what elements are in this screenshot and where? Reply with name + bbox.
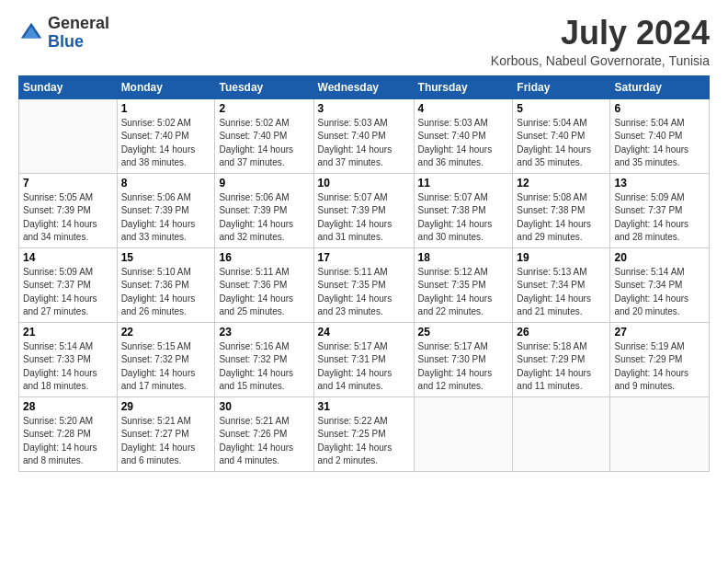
header: General Blue July 2024 Korbous, Nabeul G… bbox=[18, 15, 710, 68]
day-info: Sunrise: 5:17 AMSunset: 7:31 PMDaylight:… bbox=[318, 340, 410, 394]
calendar-cell bbox=[610, 396, 710, 471]
day-info: Sunrise: 5:06 AMSunset: 7:39 PMDaylight:… bbox=[219, 191, 309, 245]
day-header-friday: Friday bbox=[513, 75, 610, 98]
day-number: 3 bbox=[318, 102, 410, 115]
day-info: Sunrise: 5:11 AMSunset: 7:36 PMDaylight:… bbox=[219, 266, 309, 319]
day-header-thursday: Thursday bbox=[414, 75, 513, 98]
calendar-header-row: SundayMondayTuesdayWednesdayThursdayFrid… bbox=[19, 75, 710, 98]
calendar-cell: 24Sunrise: 5:17 AMSunset: 7:31 PMDayligh… bbox=[313, 322, 414, 396]
calendar-cell: 29Sunrise: 5:21 AMSunset: 7:27 PMDayligh… bbox=[117, 396, 215, 471]
day-number: 10 bbox=[318, 177, 410, 190]
day-info: Sunrise: 5:09 AMSunset: 7:37 PMDaylight:… bbox=[614, 191, 705, 245]
calendar-cell: 25Sunrise: 5:17 AMSunset: 7:30 PMDayligh… bbox=[414, 322, 513, 396]
day-number: 12 bbox=[517, 177, 606, 190]
day-number: 14 bbox=[23, 251, 113, 264]
day-number: 26 bbox=[517, 326, 606, 339]
day-number: 1 bbox=[121, 102, 211, 115]
calendar-cell: 6Sunrise: 5:04 AMSunset: 7:40 PMDaylight… bbox=[610, 98, 710, 173]
calendar-cell bbox=[414, 396, 513, 471]
day-number: 29 bbox=[121, 400, 211, 413]
calendar-cell: 2Sunrise: 5:02 AMSunset: 7:40 PMDaylight… bbox=[215, 98, 313, 173]
day-number: 21 bbox=[23, 326, 113, 339]
calendar-cell: 11Sunrise: 5:07 AMSunset: 7:38 PMDayligh… bbox=[414, 173, 513, 247]
calendar-week-5: 28Sunrise: 5:20 AMSunset: 7:28 PMDayligh… bbox=[19, 396, 710, 471]
day-info: Sunrise: 5:03 AMSunset: 7:40 PMDaylight:… bbox=[418, 117, 509, 170]
calendar-cell: 15Sunrise: 5:10 AMSunset: 7:36 PMDayligh… bbox=[117, 247, 215, 322]
day-number: 17 bbox=[318, 251, 410, 264]
day-number: 9 bbox=[219, 177, 309, 190]
day-number: 7 bbox=[23, 177, 113, 190]
day-number: 15 bbox=[121, 251, 211, 264]
day-info: Sunrise: 5:14 AMSunset: 7:34 PMDaylight:… bbox=[614, 266, 705, 319]
day-number: 6 bbox=[614, 102, 705, 115]
day-number: 24 bbox=[318, 326, 410, 339]
calendar-cell: 8Sunrise: 5:06 AMSunset: 7:39 PMDaylight… bbox=[117, 173, 215, 247]
day-info: Sunrise: 5:12 AMSunset: 7:35 PMDaylight:… bbox=[418, 266, 509, 319]
calendar-cell: 26Sunrise: 5:18 AMSunset: 7:29 PMDayligh… bbox=[513, 322, 610, 396]
calendar-cell: 31Sunrise: 5:22 AMSunset: 7:25 PMDayligh… bbox=[313, 396, 414, 471]
calendar-cell bbox=[19, 98, 118, 173]
calendar-cell: 22Sunrise: 5:15 AMSunset: 7:32 PMDayligh… bbox=[117, 322, 215, 396]
logo: General Blue bbox=[18, 15, 109, 52]
day-info: Sunrise: 5:11 AMSunset: 7:35 PMDaylight:… bbox=[318, 266, 410, 319]
logo-text: General Blue bbox=[48, 15, 109, 52]
day-info: Sunrise: 5:19 AMSunset: 7:29 PMDaylight:… bbox=[614, 340, 705, 394]
day-info: Sunrise: 5:02 AMSunset: 7:40 PMDaylight:… bbox=[219, 117, 309, 170]
day-number: 19 bbox=[517, 251, 606, 264]
title-block: July 2024 Korbous, Nabeul Governorate, T… bbox=[491, 15, 710, 68]
day-number: 4 bbox=[418, 102, 509, 115]
day-info: Sunrise: 5:04 AMSunset: 7:40 PMDaylight:… bbox=[614, 117, 705, 170]
calendar-cell: 12Sunrise: 5:08 AMSunset: 7:38 PMDayligh… bbox=[513, 173, 610, 247]
day-number: 31 bbox=[318, 400, 410, 413]
logo-general: General bbox=[48, 14, 109, 32]
calendar-cell: 27Sunrise: 5:19 AMSunset: 7:29 PMDayligh… bbox=[610, 322, 710, 396]
page: General Blue July 2024 Korbous, Nabeul G… bbox=[0, 0, 728, 563]
calendar-table: SundayMondayTuesdayWednesdayThursdayFrid… bbox=[18, 75, 710, 472]
calendar-cell: 18Sunrise: 5:12 AMSunset: 7:35 PMDayligh… bbox=[414, 247, 513, 322]
calendar-cell: 5Sunrise: 5:04 AMSunset: 7:40 PMDaylight… bbox=[513, 98, 610, 173]
day-number: 8 bbox=[121, 177, 211, 190]
calendar-cell: 9Sunrise: 5:06 AMSunset: 7:39 PMDaylight… bbox=[215, 173, 313, 247]
calendar-week-2: 7Sunrise: 5:05 AMSunset: 7:39 PMDaylight… bbox=[19, 173, 710, 247]
calendar-cell: 21Sunrise: 5:14 AMSunset: 7:33 PMDayligh… bbox=[19, 322, 118, 396]
logo-blue: Blue bbox=[48, 32, 84, 51]
day-number: 30 bbox=[219, 400, 309, 413]
day-info: Sunrise: 5:13 AMSunset: 7:34 PMDaylight:… bbox=[517, 266, 606, 319]
day-info: Sunrise: 5:04 AMSunset: 7:40 PMDaylight:… bbox=[517, 117, 606, 170]
day-number: 23 bbox=[219, 326, 309, 339]
calendar-cell: 30Sunrise: 5:21 AMSunset: 7:26 PMDayligh… bbox=[215, 396, 313, 471]
logo-icon bbox=[18, 20, 44, 46]
day-info: Sunrise: 5:10 AMSunset: 7:36 PMDaylight:… bbox=[121, 266, 211, 319]
day-info: Sunrise: 5:21 AMSunset: 7:26 PMDaylight:… bbox=[219, 415, 309, 468]
month-year: July 2024 bbox=[491, 15, 710, 52]
day-info: Sunrise: 5:08 AMSunset: 7:38 PMDaylight:… bbox=[517, 191, 606, 245]
day-number: 18 bbox=[418, 251, 509, 264]
day-info: Sunrise: 5:20 AMSunset: 7:28 PMDaylight:… bbox=[23, 415, 113, 468]
calendar-cell bbox=[513, 396, 610, 471]
day-info: Sunrise: 5:22 AMSunset: 7:25 PMDaylight:… bbox=[318, 415, 410, 468]
day-number: 20 bbox=[614, 251, 705, 264]
day-info: Sunrise: 5:02 AMSunset: 7:40 PMDaylight:… bbox=[121, 117, 211, 170]
day-info: Sunrise: 5:05 AMSunset: 7:39 PMDaylight:… bbox=[23, 191, 113, 245]
calendar-cell: 19Sunrise: 5:13 AMSunset: 7:34 PMDayligh… bbox=[513, 247, 610, 322]
day-info: Sunrise: 5:03 AMSunset: 7:40 PMDaylight:… bbox=[318, 117, 410, 170]
day-number: 28 bbox=[23, 400, 113, 413]
day-info: Sunrise: 5:06 AMSunset: 7:39 PMDaylight:… bbox=[121, 191, 211, 245]
calendar-week-3: 14Sunrise: 5:09 AMSunset: 7:37 PMDayligh… bbox=[19, 247, 710, 322]
day-header-wednesday: Wednesday bbox=[313, 75, 414, 98]
calendar-week-1: 1Sunrise: 5:02 AMSunset: 7:40 PMDaylight… bbox=[19, 98, 710, 173]
calendar-cell: 23Sunrise: 5:16 AMSunset: 7:32 PMDayligh… bbox=[215, 322, 313, 396]
location: Korbous, Nabeul Governorate, Tunisia bbox=[491, 53, 710, 68]
calendar-cell: 17Sunrise: 5:11 AMSunset: 7:35 PMDayligh… bbox=[313, 247, 414, 322]
day-header-tuesday: Tuesday bbox=[215, 75, 313, 98]
day-info: Sunrise: 5:17 AMSunset: 7:30 PMDaylight:… bbox=[418, 340, 509, 394]
day-header-sunday: Sunday bbox=[19, 75, 118, 98]
day-number: 11 bbox=[418, 177, 509, 190]
day-info: Sunrise: 5:07 AMSunset: 7:39 PMDaylight:… bbox=[318, 191, 410, 245]
day-number: 13 bbox=[614, 177, 705, 190]
calendar-cell: 3Sunrise: 5:03 AMSunset: 7:40 PMDaylight… bbox=[313, 98, 414, 173]
day-number: 16 bbox=[219, 251, 309, 264]
day-info: Sunrise: 5:14 AMSunset: 7:33 PMDaylight:… bbox=[23, 340, 113, 394]
day-info: Sunrise: 5:07 AMSunset: 7:38 PMDaylight:… bbox=[418, 191, 509, 245]
day-number: 2 bbox=[219, 102, 309, 115]
